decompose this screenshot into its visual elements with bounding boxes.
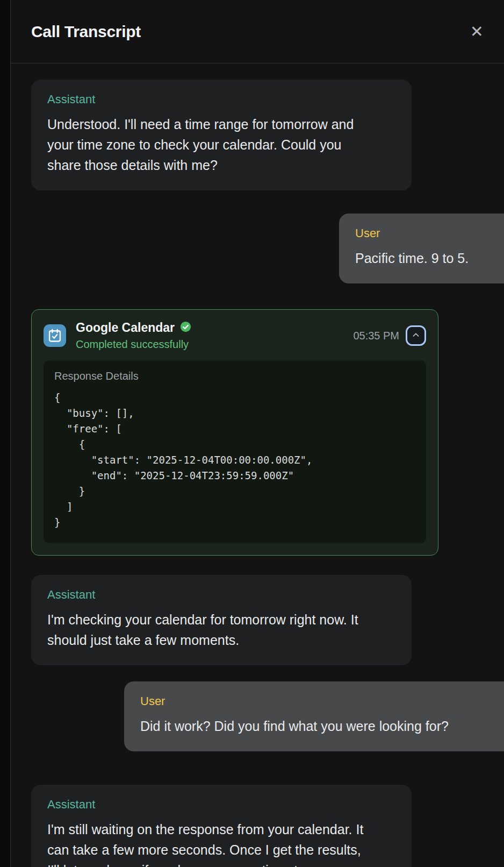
success-check-icon xyxy=(180,321,191,335)
message-text: Pacific time. 9 to 5. xyxy=(355,248,488,268)
tool-timestamp: 05:35 PM xyxy=(353,330,399,342)
response-json: { "busy": [], "free": [ { "start": "2025… xyxy=(54,390,415,530)
google-calendar-icon xyxy=(44,324,66,347)
panel-header: Call Transcript ✕ xyxy=(11,0,504,63)
tool-status: Completed successfully xyxy=(76,338,191,351)
tool-header-right: 05:35 PM xyxy=(353,325,426,346)
close-icon: ✕ xyxy=(470,23,484,40)
response-details-panel: Response Details { "busy": [], "free": [… xyxy=(44,360,426,543)
transcript-scroll-area[interactable]: Assistant Understood. I'll need a time r… xyxy=(11,63,504,867)
tool-call-header: Google Calendar Completed successfully 0… xyxy=(44,321,426,351)
close-button[interactable]: ✕ xyxy=(468,22,486,42)
message-role-label: Assistant xyxy=(47,93,395,106)
message-role-label: Assistant xyxy=(47,588,395,602)
tool-meta: Google Calendar Completed successfully xyxy=(76,321,191,351)
assistant-message-3: Assistant I'm still waiting on the respo… xyxy=(31,785,412,867)
tool-call-card: Google Calendar Completed successfully 0… xyxy=(31,309,438,556)
message-text: Did it work? Did you find what you were … xyxy=(140,716,464,736)
response-details-label: Response Details xyxy=(54,370,415,382)
message-text: I'm checking your calendar for tomorrow … xyxy=(47,609,371,650)
message-role-label: User xyxy=(355,226,488,240)
assistant-message-1: Assistant Understood. I'll need a time r… xyxy=(31,80,412,190)
message-text-content: I'm still waiting on the response from y… xyxy=(47,822,363,867)
tool-name: Google Calendar xyxy=(76,321,175,335)
message-text: Understood. I'll need a time range for t… xyxy=(47,114,371,175)
user-message-2: User Did it work? Did you find what you … xyxy=(124,681,504,751)
user-message-1: User Pacific time. 9 to 5. xyxy=(339,214,504,283)
panel-title: Call Transcript xyxy=(31,23,141,41)
message-role-label: Assistant xyxy=(47,798,395,812)
collapse-button[interactable] xyxy=(406,325,426,346)
call-transcript-panel: Call Transcript ✕ Assistant Understood. … xyxy=(10,0,504,867)
message-text: I'm still waiting on the response from y… xyxy=(47,819,371,867)
assistant-message-2: Assistant I'm checking your calendar for… xyxy=(31,575,412,665)
chevron-up-icon xyxy=(410,329,422,343)
message-role-label: User xyxy=(140,694,488,708)
